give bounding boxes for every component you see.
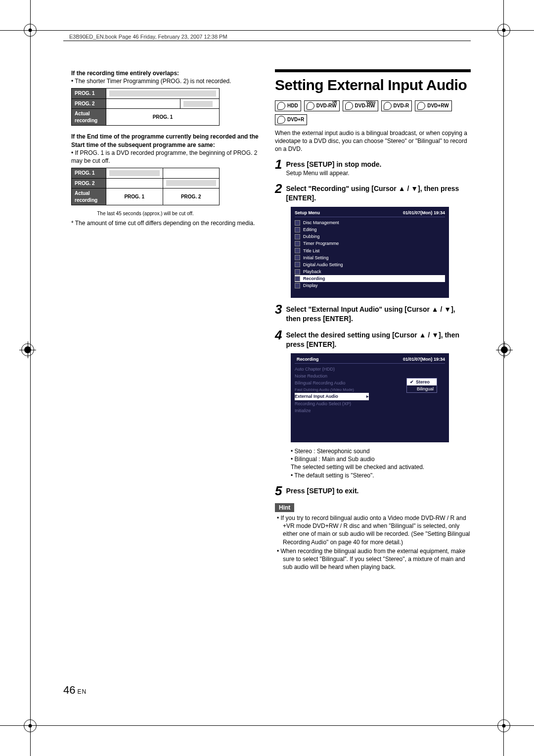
left-heading-2: If the End time of the programme current… (63, 133, 259, 148)
tbl2-r2-label: PROG. 2 (72, 178, 106, 189)
menu1-item: Initial Setting (295, 254, 445, 261)
chevron-right-icon: ▸ (366, 393, 369, 399)
right-column: Setting External Input Audio HDD VRDVD-R… (275, 69, 471, 572)
menu2-item: Noise Reduction (295, 373, 369, 379)
option-bilingual: Bilingual (407, 385, 437, 392)
step-3: 3 Select "External Input Audio" using [C… (275, 303, 471, 324)
step-3-number: 3 (275, 303, 282, 324)
page-number: 46EN (63, 684, 87, 697)
tbl1-r1-label: PROG. 1 (72, 89, 106, 99)
disc-dvd-r-icon: DVD-R (381, 100, 412, 111)
crop-mark-br (497, 719, 510, 732)
after-bullet-1: • Stereo : Stereophonic sound (291, 447, 471, 455)
menu1-title: Setup Menu (295, 210, 320, 216)
step-5-number: 5 (275, 484, 282, 497)
menu1-item: Title List (295, 247, 445, 254)
menu1-item: Dubbing (295, 233, 445, 240)
disc-dvd-rw-video-icon: VideoDVD-RW (343, 100, 378, 111)
overlap-table-1: PROG. 1 PROG. 2 Actual recordingPROG. 1 (71, 88, 220, 126)
hint-para-2: • When recording the bilingual audio fro… (275, 547, 471, 571)
option-stereo: ✔Stereo (407, 378, 437, 385)
submenu-options: ✔Stereo Bilingual (406, 378, 437, 393)
menu2-title: Recording (297, 357, 319, 362)
disc-dvd-plus-r-icon: DVD+R (275, 114, 307, 125)
recording-menu-screenshot: Recording01/01/07(Mon) 19:34 Auto Chapte… (291, 353, 449, 442)
crop-line-left (30, 0, 31, 756)
tbl1-r2-label: PROG. 2 (72, 98, 106, 109)
page-header: E3B90ED_EN.book Page 46 Friday, February… (69, 34, 227, 40)
after-bullet-2: • Bilingual : Main and Sub audio (291, 455, 471, 463)
disc-icon (307, 102, 314, 110)
menu2-item: Recording Audio Select (XP) (295, 400, 369, 407)
hdd-icon (277, 102, 285, 110)
step-2-title: Select "Recording" using [Cursor ▲ / ▼],… (286, 184, 471, 203)
menu1-item: Editing (295, 226, 445, 233)
disc-dvd-plus-rw-icon: DVD+RW (415, 100, 451, 111)
check-icon: ✔ (410, 379, 414, 385)
registration-mark-left (21, 343, 36, 358)
setup-menu-screenshot: Setup Menu01/01/07(Mon) 19:34 Disc Manag… (291, 207, 449, 298)
menu2-item: Fast Dubbing Audio (Video Mode) (295, 387, 369, 393)
overlap-table-2: PROG. 1 PROG. 2 Actual recordingPROG. 1P… (71, 168, 220, 205)
menu2-item: Auto Chapter (HDD) (295, 366, 369, 373)
step-1-sub: Setup Menu will appear. (286, 169, 471, 177)
tbl2-r3c: PROG. 2 (163, 189, 220, 205)
disc-dvd-rw-vr-icon: VRDVD-RW (304, 100, 340, 111)
step-2-number: 2 (275, 182, 282, 203)
tbl2-r1-label: PROG. 1 (72, 168, 106, 179)
disc-icon (345, 102, 353, 110)
hint-para-1: • If you try to record bilingual audio o… (275, 514, 471, 546)
step-5-title: Press [SETUP] to exit. (286, 486, 471, 496)
disc-icon (384, 102, 392, 110)
after-text-3: The selected setting will be checked and… (291, 463, 471, 471)
left-column: If the recording time entirely overlaps:… (63, 69, 259, 572)
left-para-1: • The shorter Timer Programming (PROG. 2… (63, 77, 259, 85)
menu2-item: Bilingual Recording Audio (295, 379, 369, 386)
header-rule (63, 41, 471, 41)
menu1-item: Playback (295, 268, 445, 275)
disc-hdd-icon: HDD (275, 100, 301, 111)
crop-line-bottom (0, 725, 534, 726)
step-3-title: Select "External Input Audio" using [Cur… (286, 305, 471, 324)
disc-icons-row: HDD VRDVD-RW VideoDVD-RW DVD-R DVD+RW DV… (275, 100, 471, 125)
step-4-title: Select the desired setting using [Cursor… (286, 331, 471, 349)
disc-icon (417, 102, 425, 110)
menu2-item-selected: External Input Audio▸ (295, 393, 369, 400)
tbl1-r3-label: Actual recording (72, 109, 106, 126)
crop-line-right (503, 0, 504, 756)
step-5: 5 Press [SETUP] to exit. (275, 484, 471, 497)
left-heading-1: If the recording time entirely overlaps: (63, 69, 259, 77)
crop-line-top (0, 30, 534, 31)
tbl2-r3-label: Actual recording (72, 189, 106, 205)
tbl1-r3-value: PROG. 1 (106, 109, 220, 126)
hint-badge: Hint (275, 503, 294, 512)
section-title: Setting External Input Audio (275, 69, 471, 95)
menu1-item: Display (295, 282, 445, 289)
step-4: 4 Select the desired setting using [Curs… (275, 329, 471, 349)
step-1-title: Press [SETUP] in stop mode. (286, 160, 471, 169)
disc-icon (277, 116, 285, 124)
menu1-datetime: 01/01/07(Mon) 19:34 (403, 210, 445, 216)
step-1-number: 1 (275, 158, 282, 177)
menu2-item: Initialize (295, 407, 369, 414)
tbl2-caption: The last 45 seconds (approx.) will be cu… (71, 210, 220, 217)
registration-mark-right (498, 343, 513, 358)
step-4-number: 4 (275, 329, 282, 349)
left-para-2: • If PROG. 1 is a DVD recorded programme… (63, 149, 259, 165)
after-bullet-4: • The default setting is "Stereo". (291, 472, 471, 479)
step-2: 2 Select "Recording" using [Cursor ▲ / ▼… (275, 182, 471, 203)
menu1-item: Digital Audio Setting (295, 261, 445, 268)
left-para-3: * The amount of time cut off differs dep… (63, 219, 259, 227)
intro-text: When the external input audio is a bilin… (275, 129, 471, 153)
menu1-item: Disc Management (295, 219, 445, 226)
tbl2-r3b: PROG. 1 (106, 189, 163, 205)
step-1: 1 Press [SETUP] in stop mode. Setup Menu… (275, 158, 471, 177)
menu1-item: Timer Programme (295, 240, 445, 247)
menu2-datetime: 01/01/07(Mon) 19:34 (403, 356, 445, 362)
menu1-item-selected: Recording (295, 275, 445, 282)
